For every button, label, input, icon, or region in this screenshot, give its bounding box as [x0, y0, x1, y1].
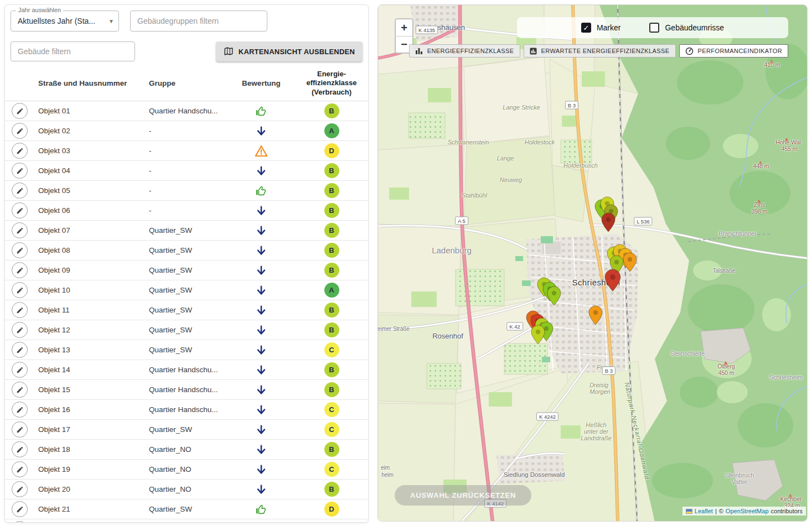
- table-row: Objekt 05-B: [5, 181, 368, 201]
- edit-row-button[interactable]: [12, 222, 28, 238]
- map-icon: [224, 46, 234, 56]
- table-row: Objekt 20Quartier_NOB: [5, 480, 368, 499]
- energy-class-cell: C: [295, 342, 368, 357]
- edit-row-button[interactable]: [12, 362, 28, 378]
- edit-row-button[interactable]: [12, 342, 28, 358]
- edit-row-button[interactable]: [12, 103, 28, 119]
- mode-button-energieeffizienzklasse[interactable]: ENERGIEEFFIZIENZKLASSE: [409, 44, 520, 58]
- app: Jahr auswählen Aktuellstes Jahr (Sta... …: [0, 0, 812, 526]
- map-marker[interactable]: [604, 269, 621, 294]
- edit-row-button[interactable]: [12, 481, 28, 497]
- rating-icon: [227, 225, 295, 237]
- checkbox-marker[interactable]: ✓Marker: [581, 23, 621, 33]
- edit-row-button[interactable]: [12, 322, 28, 338]
- table-row: Objekt 10Quartier_SWA: [5, 280, 368, 300]
- checked-checkbox-icon[interactable]: ✓: [581, 23, 591, 33]
- mode-button-erwartete-energieeffizienzklasse[interactable]: ERWARTETE ENERGIEEFFIZIENZKLASSE: [524, 44, 676, 58]
- map-marker[interactable]: [588, 305, 603, 327]
- energy-class-cell: B: [295, 223, 368, 238]
- rating-icon: [227, 244, 295, 257]
- group-cell: Quartier Handschu...: [144, 405, 227, 414]
- edit-row-button[interactable]: [12, 402, 28, 418]
- group-cell: Quartier_NO: [144, 465, 227, 473]
- map-marker[interactable]: [547, 286, 561, 308]
- energy-class-cell: B: [295, 322, 368, 337]
- osm-link[interactable]: OpenStreetMap: [726, 508, 769, 514]
- edit-row-button[interactable]: [12, 183, 28, 199]
- building-filter-input[interactable]: [11, 41, 135, 61]
- rating-icon: [227, 125, 295, 137]
- rating-icon: [227, 145, 295, 157]
- map-marker[interactable]: [623, 252, 637, 274]
- edit-row-button[interactable]: [12, 163, 28, 179]
- map-marker[interactable]: [601, 212, 616, 235]
- energy-class-cell: B: [295, 163, 368, 178]
- table-row: Objekt 21Quartier_SWD: [5, 499, 368, 519]
- street-cell: Objekt 08: [34, 246, 144, 254]
- group-cell: Quartier_SW: [144, 326, 227, 334]
- checkbox-label: Marker: [597, 23, 621, 32]
- edit-row-button[interactable]: [12, 262, 28, 278]
- edit-row-button[interactable]: [12, 441, 28, 457]
- edit-row-button[interactable]: [12, 143, 28, 159]
- rating-icon: [227, 463, 295, 476]
- mode-button-label: ENERGIEEFFIZIENZKLASSE: [427, 48, 514, 54]
- energy-class-cell: B: [295, 243, 368, 258]
- chart-box-icon: [530, 48, 537, 55]
- unchecked-checkbox-icon[interactable]: [649, 23, 659, 33]
- street-cell: Objekt 19: [34, 465, 144, 473]
- energy-class-badge: A: [324, 123, 339, 138]
- reset-selection-button[interactable]: AUSWAHL ZURÜCKSETZEN: [395, 485, 531, 506]
- edit-row-button[interactable]: [12, 382, 28, 398]
- group-cell: -: [144, 186, 227, 195]
- map-marker[interactable]: [531, 325, 545, 347]
- group-cell: Quartier Handschu...: [144, 366, 227, 374]
- edit-row-button[interactable]: [12, 521, 28, 523]
- street-cell: Objekt 06: [34, 206, 144, 215]
- energy-class-badge: B: [324, 103, 339, 118]
- leaflet-link[interactable]: Leaflet: [695, 508, 713, 514]
- energy-class-badge: B: [324, 303, 339, 317]
- energy-class-badge: C: [324, 402, 339, 417]
- group-cell: Quartier_NO: [144, 485, 227, 493]
- left-panel: Jahr auswählen Aktuellstes Jahr (Sta... …: [4, 4, 369, 523]
- group-cell: Quartier_SW: [144, 246, 227, 254]
- checkbox-gebäudeumrisse[interactable]: Gebäudeumrisse: [649, 23, 724, 33]
- rating-icon: [227, 344, 295, 356]
- edit-row-button[interactable]: [12, 421, 28, 438]
- street-cell: Objekt 03: [34, 147, 144, 155]
- edit-row-button[interactable]: [12, 123, 28, 139]
- attribution-suffix: contributors: [771, 508, 803, 514]
- energy-class-badge: C: [324, 462, 339, 477]
- mode-button-label: ERWARTETE ENERGIEEFFIZIENZKLASSE: [541, 48, 670, 54]
- map-panel[interactable]: LeutershausenLange StrickeSchwanensteinH…: [377, 4, 808, 522]
- bar-chart-icon: [415, 48, 423, 54]
- year-select[interactable]: Jahr auswählen Aktuellstes Jahr (Sta... …: [11, 11, 119, 32]
- checkbox-label: Gebäudeumrisse: [665, 23, 724, 32]
- group-filter-input[interactable]: [130, 11, 267, 32]
- rating-icon: [227, 284, 295, 296]
- edit-row-button[interactable]: [12, 242, 28, 258]
- street-cell: Objekt 13: [34, 346, 144, 354]
- rating-icon: [227, 165, 295, 177]
- table-row: Objekt 14Quartier Handschu...B: [5, 360, 368, 380]
- table-row: Objekt 03-D: [5, 141, 368, 161]
- map-attribution: Leaflet | © OpenStreetMap contributors: [682, 507, 806, 515]
- energy-class-cell: A: [295, 123, 368, 138]
- attribution-copyright: ©: [719, 508, 723, 514]
- edit-row-button[interactable]: [12, 282, 28, 298]
- street-cell: Objekt 18: [34, 445, 144, 454]
- mode-button-performanceindikator[interactable]: PERFORMANCEINDIKATOR: [679, 44, 788, 58]
- energy-class-cell: B: [295, 263, 368, 278]
- hide-map-button[interactable]: KARTENANSICHT AUSBLENDEN: [216, 41, 363, 61]
- edit-row-button[interactable]: [12, 302, 28, 318]
- edit-row-button[interactable]: [12, 202, 28, 218]
- rating-icon: [227, 205, 295, 217]
- energy-class-cell: C: [295, 462, 368, 477]
- edit-row-button[interactable]: [12, 501, 28, 517]
- edit-row-button[interactable]: [12, 461, 28, 477]
- group-cell: Quartier Handschu...: [144, 107, 227, 115]
- filter-controls: Jahr auswählen Aktuellstes Jahr (Sta... …: [5, 5, 368, 61]
- energy-class-cell: B: [295, 203, 368, 218]
- group-cell: Quartier_SW: [144, 266, 227, 274]
